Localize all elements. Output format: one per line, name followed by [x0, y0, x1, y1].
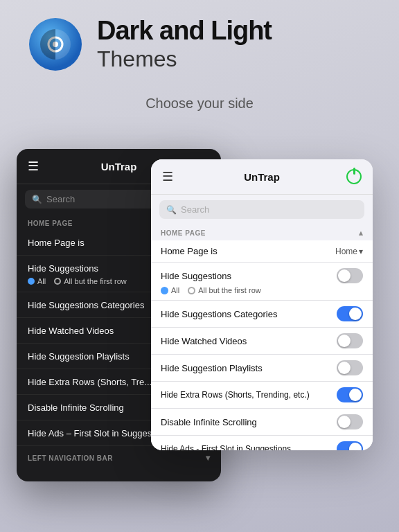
header-tagline: Choose your side: [0, 96, 399, 112]
light-radio-all[interactable]: All: [161, 286, 179, 294]
light-row-label: Hide Watched Videos: [161, 336, 337, 346]
dark-radio-first-row[interactable]: All but the first row: [54, 277, 126, 285]
light-search-bar[interactable]: 🔍 Search: [159, 200, 364, 219]
dark-radio-all[interactable]: All: [28, 277, 46, 285]
light-row-label: Disable Infinite Scrolling: [161, 417, 337, 427]
hide-watched-toggle[interactable]: [337, 333, 363, 348]
light-row-disable-scrolling: Disable Infinite Scrolling: [151, 409, 373, 436]
dropdown-arrow: ▾: [359, 247, 363, 256]
hide-suggestions-toggle[interactable]: [337, 268, 363, 283]
light-panel-title: UnTrap: [244, 171, 280, 183]
dark-row-title: Home Page is: [28, 238, 85, 248]
hide-extra-rows-toggle[interactable]: [337, 387, 363, 402]
radio-label-all: All: [37, 277, 46, 285]
light-search-icon: 🔍: [166, 205, 177, 215]
dark-row-title: Hide Extra Rows (Shorts, Tre...: [28, 377, 152, 387]
dark-search-icon: 🔍: [32, 195, 42, 204]
light-row-label: Hide Extra Rows (Shorts, Trending, etc.): [161, 390, 337, 400]
hamburger-icon-dark[interactable]: ☰: [28, 159, 39, 174]
header: Dark and Light Themes: [0, 17, 399, 72]
radio-dot-active: [28, 278, 35, 285]
light-row-homepage: Home Page is Home ▾: [151, 240, 373, 263]
light-row-hide-ads: Hide Ads - First Slot in Suggestions: [151, 436, 373, 450]
hide-ads-toggle[interactable]: [337, 441, 363, 450]
radio-dot: [161, 287, 168, 294]
light-home-label: HOME PAGE: [161, 229, 206, 237]
dark-row-title: Hide Suggestions: [28, 263, 98, 274]
light-row-label: Hide Suggestions Categories: [161, 309, 337, 319]
dark-nav-label: LEFT NAVIGATION BAR: [28, 454, 113, 462]
radio-label: All but the first row: [198, 286, 260, 294]
hide-playlists-toggle[interactable]: [337, 360, 363, 375]
light-search-placeholder: Search: [181, 204, 209, 215]
light-row-label: Hide Suggestion Playlists: [161, 363, 337, 373]
power-icon[interactable]: [346, 169, 362, 184]
radio-dot: [54, 278, 61, 285]
header-subtitle: Themes: [97, 46, 272, 72]
dark-row-title: Hide Ads – First Slot in Suggestions: [28, 428, 171, 438]
light-panel: ☰ UnTrap 🔍 Search HOME PAGE ▴ Home Page …: [151, 159, 373, 450]
light-row-hide-categories: Hide Suggestions Categories: [151, 301, 373, 328]
light-row-hide-watched: Hide Watched Videos: [151, 328, 373, 355]
light-row-hide-playlists: Hide Suggestion Playlists: [151, 355, 373, 382]
radio-label-first-row: All but the first row: [64, 277, 126, 285]
radio-label: All: [171, 286, 179, 294]
light-row-hide-suggestions: Hide Suggestions All All but the first r…: [151, 263, 373, 301]
light-row-label: Home Page is: [161, 246, 335, 256]
dark-row-title: Hide Suggestion Playlists: [28, 351, 130, 362]
light-row-label: Hide Ads - First Slot in Suggestions: [161, 444, 337, 450]
header-text: Dark and Light Themes: [97, 17, 272, 72]
app-logo: [28, 17, 83, 72]
header-title: Dark and Light: [97, 17, 272, 46]
disable-scrolling-toggle[interactable]: [337, 414, 363, 429]
hide-categories-toggle[interactable]: [337, 306, 363, 321]
radio-group: All All but the first row: [161, 286, 261, 294]
light-home-section: HOME PAGE ▴: [151, 224, 373, 240]
light-panel-header: ☰ UnTrap: [151, 159, 373, 195]
radio-dot: [188, 287, 195, 294]
dark-row-title: Disable Infinite Scrolling: [28, 402, 124, 413]
dark-chevron-down: ▾: [206, 453, 211, 463]
light-row-label: Hide Suggestions: [161, 271, 337, 281]
light-row-extra-rows: Hide Extra Rows (Shorts, Trending, etc.): [151, 382, 373, 409]
dark-search-placeholder: Search: [46, 194, 75, 204]
dark-row-title: Hide Suggestions Categories: [28, 300, 144, 310]
dark-row-title: Hide Watched Videos: [28, 326, 114, 336]
hamburger-icon-light[interactable]: ☰: [162, 169, 173, 184]
home-value: Home: [335, 247, 357, 256]
dark-panel-title: UnTrap: [101, 161, 137, 172]
home-dropdown[interactable]: Home ▾: [335, 247, 363, 256]
chevron-up-icon[interactable]: ▴: [359, 229, 364, 238]
light-radio-first-row[interactable]: All but the first row: [188, 286, 260, 294]
